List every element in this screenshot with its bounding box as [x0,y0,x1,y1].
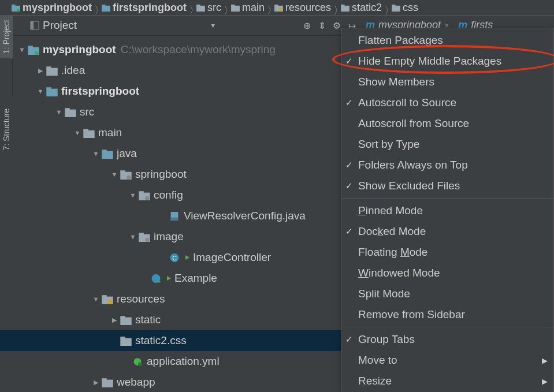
crumb-resources[interactable]: resources [274,2,331,14]
menu-autoscroll-to[interactable]: ✓Autoscroll to Source [342,92,553,113]
tree-label: ImageController [193,251,271,264]
java-file-icon [169,211,180,221]
tree-label: firstspringboot [61,85,139,98]
expand-icon[interactable] [90,296,102,303]
svg-marker-44 [185,255,189,260]
svg-rect-8 [231,4,235,6]
menu-floating[interactable]: Floating Mode [342,242,553,263]
tree-label: webapp [117,376,155,389]
crumb-main[interactable]: main [231,2,265,14]
resources-folder-icon [102,294,113,304]
menu-pinned[interactable]: Pinned Mode [342,200,553,221]
menu-show-excluded[interactable]: ✓Show Excluded Files [342,176,553,196]
module-icon [28,45,39,55]
expand-icon[interactable] [109,316,120,324]
package-icon [139,232,150,242]
menu-separator [342,327,553,327]
project-panel-icon [30,21,39,30]
svg-rect-12 [341,5,349,11]
menu-moveto[interactable]: Move to▶ [342,350,553,371]
panel-title: Project [43,19,77,32]
check-icon: ✓ [345,160,353,170]
expand-icon[interactable] [109,171,120,178]
svg-text:C: C [172,254,177,261]
class-icon: C [169,253,180,263]
crumb-firstspringboot[interactable]: firstspringboot [102,2,187,14]
svg-rect-7 [231,5,240,11]
svg-point-56 [138,362,142,365]
svg-rect-17 [31,21,34,29]
menu-docked[interactable]: ✓Docked Mode [342,221,553,242]
svg-rect-26 [65,108,70,110]
run-overlay-icon [165,275,172,282]
check-icon: ✓ [345,226,353,237]
crumb-myspringboot[interactable]: myspringboot [12,2,92,14]
menu-group[interactable]: ✓Group Tabs [342,329,553,350]
expand-icon[interactable] [35,67,46,74]
menu-resize[interactable]: Resize▶ [342,371,553,391]
gear-icon[interactable]: ⚙ [331,20,343,31]
expand-icon[interactable] [16,46,28,53]
svg-rect-15 [392,4,396,6]
expand-icon[interactable] [127,192,139,199]
crumb-static2[interactable]: static2 [341,2,382,14]
check-icon: ✓ [345,56,353,66]
package-icon [139,191,150,200]
svg-rect-50 [108,300,112,304]
menu-remove[interactable]: Remove from Sidebar [342,304,553,325]
check-icon: ✓ [345,334,353,345]
svg-point-41 [145,237,149,241]
tree-label: ViewResolverConfig.java [184,210,306,222]
svg-rect-19 [28,46,33,48]
svg-point-33 [127,175,131,179]
svg-rect-25 [65,109,76,117]
svg-rect-35 [139,191,144,193]
collapse-icon[interactable]: ⇕ [316,20,328,31]
svg-rect-38 [171,217,179,220]
check-icon: ✓ [345,98,353,108]
svg-rect-40 [139,233,144,235]
expand-icon[interactable] [127,233,139,240]
package-icon [120,170,132,180]
svg-rect-51 [120,317,131,324]
svg-rect-20 [35,51,38,54]
expand-icon[interactable] [90,150,102,157]
menu-split[interactable]: Split Mode [342,283,553,304]
tree-label: springboot [135,168,187,181]
menu-autoscroll-from[interactable]: Autoscroll from Source [342,113,553,134]
view-dropdown-icon[interactable]: ▼ [210,22,216,29]
svg-rect-10 [274,4,278,6]
sidetab-structure[interactable]: 7: Structure [0,104,13,155]
svg-rect-5 [196,5,205,11]
svg-rect-4 [102,4,106,6]
tree-label: application.yml [147,355,220,368]
context-menu: Flatten Packages ✓Hide Empty Middle Pack… [341,28,554,392]
locate-icon[interactable]: ⊕ [301,20,313,31]
expand-icon[interactable] [90,379,102,386]
crumb-src[interactable]: src [196,2,221,14]
svg-rect-49 [102,295,107,297]
expand-icon[interactable] [53,109,65,115]
menu-sort[interactable]: Sort by Type [342,134,553,155]
tree-label: config [154,189,183,201]
menu-flatten[interactable]: Flatten Packages [342,30,553,51]
menu-folders-top[interactable]: ✓Folders Always on Top [342,155,553,176]
menu-hide-empty[interactable]: ✓Hide Empty Middle Packages [342,51,553,72]
sidetab-project[interactable]: 1: Project [0,15,13,58]
expand-icon[interactable] [72,129,83,136]
tree-label: myspringboot [43,43,116,56]
svg-marker-47 [167,276,171,281]
breadcrumb-bar: myspringboot〉 firstspringboot〉 src〉 main… [0,0,554,15]
crumb-css[interactable]: css [392,2,418,14]
svg-rect-24 [46,87,51,89]
menu-windowed[interactable]: Windowed Mode [342,263,553,283]
source-folder-icon [102,149,113,159]
tree-label: main [98,126,122,139]
tree-path: C:\workspace\mywork\myspring [121,43,276,56]
expand-icon[interactable] [35,88,46,95]
svg-rect-32 [120,170,125,173]
svg-rect-11 [279,8,282,12]
menu-show-members[interactable]: Show Members [342,72,553,92]
submenu-icon: ▶ [542,377,548,386]
svg-rect-58 [102,378,107,380]
